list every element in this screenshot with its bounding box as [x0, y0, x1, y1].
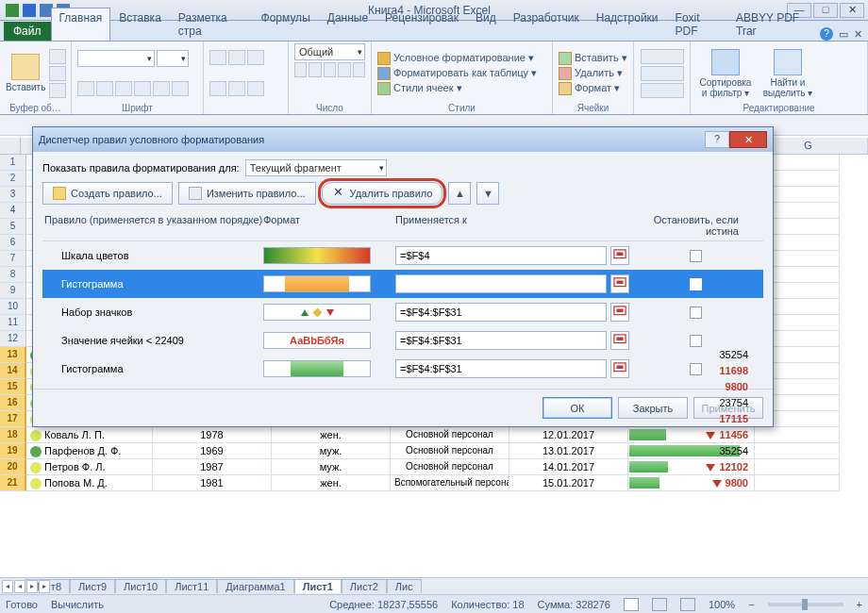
cell[interactable]: муж.	[272, 443, 391, 459]
rule-row[interactable]: Значение ячейки < 22409 АаВbБбЯя =$F$4:$…	[42, 326, 763, 355]
rule-row[interactable]: Гистограмма =$F$4:$F$31	[42, 355, 763, 383]
sheet-tab[interactable]: Лист9	[70, 579, 115, 593]
stop-if-true-checkbox[interactable]	[690, 278, 702, 290]
range-picker-button[interactable]	[610, 359, 629, 378]
copy-icon[interactable]	[49, 66, 66, 81]
row-header[interactable]: 20	[0, 459, 26, 475]
row-header[interactable]: 11	[0, 315, 26, 331]
sort-filter-button[interactable]: Сортировка и фильтр ▾	[696, 49, 755, 98]
format-as-table-button[interactable]: Форматировать как таблицу ▾	[377, 67, 537, 80]
dialog-titlebar[interactable]: Диспетчер правил условного форматировани…	[33, 127, 773, 152]
cell[interactable]: 15.01.2017	[509, 475, 628, 491]
row-header[interactable]: 6	[0, 235, 26, 251]
underline-icon[interactable]	[115, 81, 132, 96]
range-picker-button[interactable]	[610, 246, 629, 265]
align-center-icon[interactable]	[228, 81, 245, 96]
paste-button[interactable]: Вставить	[6, 54, 45, 92]
zoom-slider[interactable]	[768, 603, 843, 606]
close-button[interactable]: Закрыть	[618, 397, 688, 419]
cell[interactable]: Основной персонал	[391, 427, 509, 443]
view-normal-icon[interactable]	[624, 598, 639, 611]
applies-to-input[interactable]: =$F$4:$F$31	[395, 331, 607, 350]
stop-if-true-checkbox[interactable]	[690, 335, 702, 347]
align-left-icon[interactable]	[209, 81, 226, 96]
sheet-tab[interactable]: Лист1	[294, 579, 342, 593]
dec-decimal-icon[interactable]	[353, 62, 365, 77]
align-top-icon[interactable]	[209, 50, 226, 65]
cell[interactable]: Парфенов Д. Ф.	[26, 443, 153, 459]
applies-to-input[interactable]: =$F$4	[395, 246, 607, 265]
row-header[interactable]: 17	[0, 411, 26, 427]
cell[interactable]: 14.01.2017	[509, 459, 628, 475]
cell[interactable]: Коваль Л. П.	[26, 427, 153, 443]
view-break-icon[interactable]	[680, 598, 695, 611]
row-header[interactable]: 3	[0, 187, 26, 203]
row-header[interactable]: 5	[0, 219, 26, 235]
ribbon-tab[interactable]: Главная	[51, 8, 111, 41]
row-header[interactable]: 4	[0, 203, 26, 219]
clear-icon[interactable]	[641, 83, 684, 98]
doc-close-icon[interactable]: ✕	[854, 28, 862, 41]
cell[interactable]: Попова М. Д.	[26, 475, 153, 491]
save-icon[interactable]	[23, 4, 36, 17]
row-header[interactable]: 9	[0, 283, 26, 299]
rule-row[interactable]: Набор значков =$F$4:$F$31	[42, 298, 763, 326]
range-picker-button[interactable]	[610, 331, 629, 350]
comma-icon[interactable]	[324, 62, 336, 77]
cell[interactable]: муж.	[272, 459, 391, 475]
row-header[interactable]: 8	[0, 267, 26, 283]
autosum-icon[interactable]	[641, 49, 684, 64]
bold-icon[interactable]	[77, 81, 94, 96]
delete-rule-button[interactable]: ✕ Удалить правило	[322, 182, 443, 205]
fill-color-icon[interactable]	[153, 81, 170, 96]
row-header[interactable]: 21	[0, 475, 26, 491]
ok-button[interactable]: ОК	[542, 397, 612, 419]
window-close-button[interactable]: ✕	[840, 3, 864, 18]
ribbon-tab[interactable]: Разработчик	[505, 8, 588, 41]
cell[interactable]: 1978	[153, 427, 272, 443]
currency-icon[interactable]	[294, 62, 307, 77]
applies-to-input[interactable]: =$F$4:$F$31	[395, 303, 607, 322]
stop-if-true-checkbox[interactable]	[690, 363, 702, 375]
insert-cells-button[interactable]: Вставить ▾	[559, 52, 627, 65]
row-header[interactable]: 18	[0, 427, 26, 443]
ribbon-tab[interactable]: Формулы	[253, 8, 319, 41]
conditional-formatting-button[interactable]: Условное форматирование ▾	[377, 52, 534, 65]
ribbon-tab[interactable]: Вставка	[110, 8, 170, 41]
cut-icon[interactable]	[49, 49, 66, 64]
number-format-combo[interactable]: Общий	[294, 43, 365, 60]
sheet-tab[interactable]: Лист2	[342, 579, 387, 593]
align-mid-icon[interactable]	[228, 50, 245, 65]
cell[interactable]: Петров Ф. Л.	[26, 459, 153, 475]
percent-icon[interactable]	[309, 62, 321, 77]
format-cells-button[interactable]: Формат ▾	[559, 82, 620, 95]
font-family-combo[interactable]	[77, 50, 155, 67]
stop-if-true-checkbox[interactable]	[690, 306, 702, 319]
ribbon-tab[interactable]: Foxit PDF	[667, 8, 727, 41]
row-header[interactable]: 16	[0, 395, 26, 411]
edit-rule-button[interactable]: Изменить правило...	[178, 182, 316, 205]
cell[interactable]: 12.01.2017	[509, 427, 628, 443]
new-rule-button[interactable]: Создать правило...	[42, 182, 173, 205]
select-all-corner[interactable]	[0, 138, 21, 154]
row-header[interactable]: 10	[0, 299, 26, 315]
ribbon-tab[interactable]: Разметка стра	[170, 8, 253, 41]
ribbon-tab[interactable]: Рецензировак	[376, 8, 467, 41]
font-color-icon[interactable]	[172, 81, 189, 96]
cell[interactable]: Основной персонал	[391, 459, 509, 475]
sheet-tab[interactable]: Лист11	[166, 579, 217, 593]
scope-combo[interactable]: Текущий фрагмент	[245, 159, 387, 176]
font-size-combo[interactable]	[157, 50, 189, 67]
cell[interactable]: 1981	[153, 475, 272, 491]
row-header[interactable]: 19	[0, 443, 26, 459]
inc-decimal-icon[interactable]	[338, 62, 350, 77]
find-select-button[interactable]: Найти и выделить ▾	[760, 49, 815, 98]
cell[interactable]: 35254	[628, 443, 755, 459]
ribbon-tab[interactable]: Данные	[319, 8, 376, 41]
dialog-close-button[interactable]: ✕	[729, 131, 767, 148]
align-right-icon[interactable]	[247, 81, 264, 96]
row-header[interactable]: 13	[0, 347, 26, 363]
cell[interactable]: 1969	[153, 443, 272, 459]
cell[interactable]: Вспомогательный персонал	[391, 475, 509, 491]
row-header[interactable]: 7	[0, 251, 26, 267]
